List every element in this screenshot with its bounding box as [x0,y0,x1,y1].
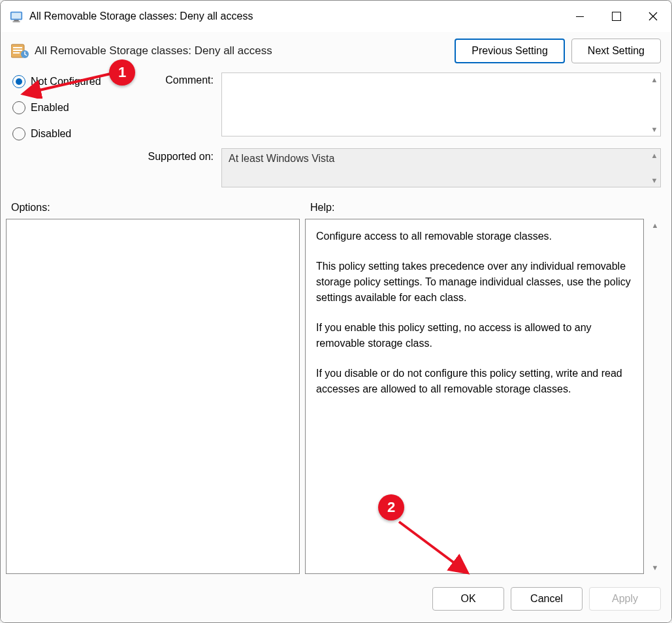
svg-rect-3 [13,21,20,22]
dialog-window: All Removable Storage classes: Deny all … [0,0,672,623]
svg-rect-1 [12,13,22,19]
caret-down-icon[interactable]: ▼ [651,176,658,184]
supported-on-box: At least Windows Vista ▲ ▼ [221,148,661,187]
config-area: Not Configured Enabled Disabled Comment:… [1,71,671,193]
help-paragraph-3: If you enable this policy setting, no ac… [316,320,633,351]
minimize-button[interactable] [562,1,598,32]
close-button[interactable] [635,1,671,32]
options-label: Options: [11,202,305,214]
annotation-badge-2: 2 [378,494,404,520]
ok-button[interactable]: OK [432,587,504,611]
section-labels: Options: Help: [1,193,671,219]
scroll-down-icon[interactable]: ▼ [652,564,659,571]
next-setting-button[interactable]: Next Setting [571,39,661,63]
options-panel [6,219,300,574]
svg-rect-8 [13,50,22,51]
bottom-bar: OK Cancel Apply [1,578,671,622]
help-panel: Configure access to all removable storag… [305,219,644,574]
radio-disabled-input[interactable] [12,127,25,140]
comment-label: Comment: [133,72,217,136]
comment-spinner[interactable]: ▲ ▼ [648,73,660,136]
help-paragraph-1: Configure access to all removable storag… [316,229,633,244]
cancel-button[interactable]: Cancel [511,587,583,611]
previous-setting-button[interactable]: Previous Setting [455,39,565,63]
setting-icon [11,43,29,59]
help-paragraph-4: If you disable or do not configure this … [316,366,633,397]
radio-enabled[interactable]: Enabled [11,101,129,114]
maximize-button[interactable] [598,1,635,32]
caret-down-icon[interactable]: ▼ [651,125,658,133]
header-row: All Removable Storage classes: Deny all … [1,32,671,71]
radio-not-configured-label: Not Configured [31,76,101,88]
caret-up-icon[interactable]: ▲ [651,152,658,159]
setting-name: All Removable Storage classes: Deny all … [35,44,272,57]
app-icon [8,8,24,24]
svg-rect-2 [14,20,18,22]
window-title: All Removable Storage classes: Deny all … [29,10,253,22]
scroll-up-icon[interactable]: ▲ [652,221,659,229]
radio-disabled-label: Disabled [31,128,71,140]
annotation-badge-1: 1 [109,59,135,86]
supported-spinner[interactable]: ▲ ▼ [648,149,660,187]
radio-group: Not Configured Enabled Disabled [11,72,129,187]
supported-on-label: Supported on: [133,136,217,187]
apply-button[interactable]: Apply [589,587,661,611]
supported-on-value: At least Windows Vista [229,153,334,164]
help-scrollbar[interactable]: ▲ ▼ [649,219,661,574]
titlebar: All Removable Storage classes: Deny all … [1,1,671,32]
panels: Configure access to all removable storag… [1,219,671,578]
radio-not-configured-input[interactable] [12,75,25,88]
svg-rect-7 [13,47,22,48]
radio-enabled-label: Enabled [31,102,69,114]
caret-up-icon[interactable]: ▲ [651,76,658,84]
comment-textbox[interactable]: ▲ ▼ [221,72,661,136]
radio-disabled[interactable]: Disabled [11,127,129,140]
radio-enabled-input[interactable] [12,101,25,114]
help-paragraph-2: This policy setting takes precedence ove… [316,259,633,306]
help-label: Help: [310,202,661,214]
svg-rect-9 [13,52,20,54]
